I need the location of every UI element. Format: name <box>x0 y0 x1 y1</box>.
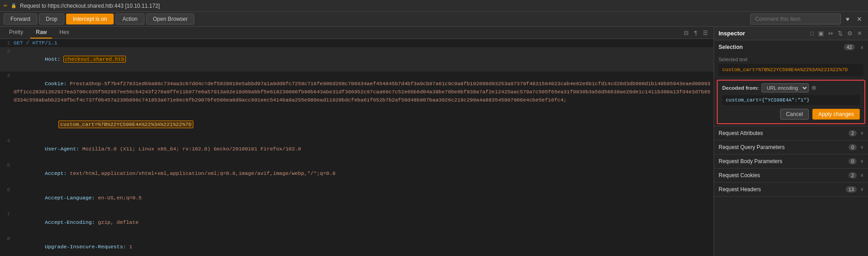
request-query-params-section[interactable]: Request Query Parameters 0 ∨ <box>714 140 868 155</box>
request-body-params-count: 0 <box>849 158 857 164</box>
code-line-6: 6 Accept-Language: en-US,en;q=0.5 <box>0 186 714 210</box>
tab-bar: Pretty Raw Hex ⊟ ¶ ☰ <box>0 27 714 39</box>
inspector-view2-icon[interactable]: ▣ <box>817 29 825 37</box>
forward-button[interactable]: Forward <box>4 14 37 24</box>
inspector-title: Inspector <box>719 30 745 37</box>
request-attributes-chevron-icon: ∨ <box>860 130 863 135</box>
request-attributes-count: 2 <box>849 130 857 136</box>
tab-hex[interactable]: Hex <box>54 27 74 39</box>
selection-section-header[interactable]: Selection 42 ∧ <box>714 40 868 54</box>
editor-panel: Pretty Raw Hex ⊟ ¶ ☰ 1 GET / HTTP/1.1 2 … <box>0 27 714 256</box>
toolbar: Forward Drop Intercept is on Action Open… <box>0 12 868 27</box>
lock-icon: 🔒 <box>11 3 16 8</box>
request-attributes-section[interactable]: Request Attributes 2 ∨ <box>714 126 868 140</box>
request-cookies-count: 2 <box>849 172 857 179</box>
request-query-params-title: Request Query Parameters <box>719 144 785 150</box>
request-headers-count: 13 <box>846 186 857 193</box>
inspector-expand-icon[interactable]: ⇔ <box>827 29 834 37</box>
inspector-icon-group: □ ▣ ⇔ ⇅ ⚙ ✕ <box>809 29 863 37</box>
close-icon[interactable]: ✕ <box>854 14 864 24</box>
decoding-method-select[interactable]: URL encoding Base64 HTML entities <box>762 83 809 92</box>
request-headers-section[interactable]: Request Headers 13 ∨ <box>714 183 868 197</box>
inspector-settings-icon[interactable]: ⚙ <box>846 29 854 37</box>
request-headers-title: Request Headers <box>719 186 761 193</box>
request-query-params-chevron-icon: ∨ <box>860 145 863 150</box>
selected-text-block: Selected text custom_cart=%7B%22YCS98E4A… <box>714 54 868 78</box>
request-attributes-title: Request Attributes <box>719 130 763 136</box>
decoded-block: Decoded from: URL encoding Base64 HTML e… <box>717 80 865 124</box>
inspector-body: Selection 42 ∧ Selected text custom_cart… <box>714 40 868 256</box>
code-line-1: 1 GET / HTTP/1.1 <box>0 39 714 47</box>
request-body-params-section[interactable]: Request Body Parameters 0 ∨ <box>714 155 868 169</box>
inspector-sort-icon[interactable]: ⇅ <box>836 29 844 37</box>
request-cookies-chevron-icon: ∨ <box>860 173 863 178</box>
main-content: Pretty Raw Hex ⊟ ¶ ☰ 1 GET / HTTP/1.1 2 … <box>0 27 868 256</box>
comment-input[interactable] <box>750 14 841 24</box>
selection-title: Selection <box>719 44 743 50</box>
code-line-3b: custom_cart=%7B%22YCS98E4A%22%3A%221%22%… <box>0 112 714 137</box>
code-line-4: 4 User-Agent: Mozilla/5.0 (X11; Linux x8… <box>0 137 714 161</box>
drop-button[interactable]: Drop <box>39 14 64 24</box>
code-area[interactable]: 1 GET / HTTP/1.1 2 Host: checkout.shared… <box>0 39 714 256</box>
request-query-params-count: 0 <box>849 144 857 150</box>
menu-icon[interactable]: ☰ <box>701 29 710 37</box>
code-line-7: 7 Accept-Encoding: gzip, deflate <box>0 210 714 235</box>
code-line-8: 8 Upgrade-Insecure-Requests: 1 <box>0 235 714 256</box>
selection-count: 42 <box>844 44 855 50</box>
selected-text-value: custom_cart=%7B%22YCS98E4A%22%3A%221%22%… <box>719 64 863 76</box>
selection-chevron-icon: ∧ <box>860 45 863 50</box>
selected-text-label: Selected text <box>719 57 863 62</box>
inspector-panel: Inspector □ ▣ ⇔ ⇅ ⚙ ✕ Selection 42 ∧ <box>714 27 868 256</box>
apply-changes-button[interactable]: Apply changes <box>812 109 860 120</box>
inspector-close-icon[interactable]: ✕ <box>856 29 863 37</box>
request-cookies-title: Request Cookies <box>719 172 760 179</box>
bookmark-icon[interactable]: ♥ <box>844 14 852 24</box>
request-cookies-section[interactable]: Request Cookies 2 ∨ <box>714 169 868 183</box>
open-browser-button[interactable]: Open Browser <box>146 14 195 24</box>
decoded-from-label: Decoded from: <box>722 85 759 91</box>
cancel-button[interactable]: Cancel <box>780 109 809 120</box>
code-line-5: 5 Accept: text/html,application/xhtml+xm… <box>0 161 714 186</box>
title-bar: ✏ 🔒 Request to https://checkout.shared.h… <box>0 0 868 12</box>
request-body-params-chevron-icon: ∨ <box>860 159 863 164</box>
action-button[interactable]: Action <box>115 14 144 24</box>
intercept-button[interactable]: Intercept is on <box>66 14 114 24</box>
wrap-icon[interactable]: ⊟ <box>682 29 691 37</box>
decoded-value: custom_cart={"YCS98E4A":"1"} <box>722 95 860 105</box>
inspector-header: Inspector □ ▣ ⇔ ⇅ ⚙ ✕ <box>714 27 868 40</box>
edit-icon: ✏ <box>4 3 7 8</box>
decoded-add-icon[interactable]: ⊕ <box>811 84 816 91</box>
tab-raw[interactable]: Raw <box>30 27 52 39</box>
window-title: Request to https://checkout.shared.htb:4… <box>20 3 160 9</box>
code-line-2: 2 Host: checkout.shared.htb <box>0 47 714 72</box>
inspector-view1-icon[interactable]: □ <box>809 29 815 37</box>
code-line-3: 3 Cookie: PrestaShop-5f7b4f27831ed69a86c… <box>0 72 714 112</box>
selection-section: Selection 42 ∧ Selected text custom_cart… <box>714 40 868 126</box>
linebreak-icon[interactable]: ¶ <box>692 29 699 37</box>
request-headers-chevron-icon: ∨ <box>860 187 863 192</box>
request-body-params-title: Request Body Parameters <box>719 158 782 164</box>
tab-pretty[interactable]: Pretty <box>4 27 29 39</box>
